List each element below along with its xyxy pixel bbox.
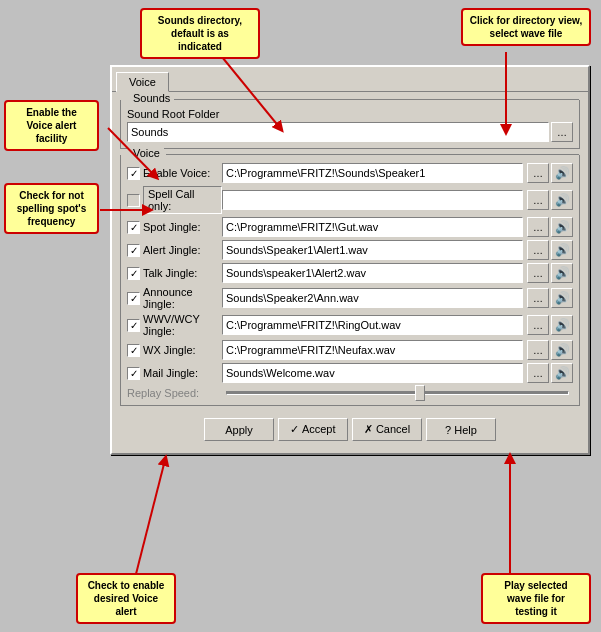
enable-voice-play[interactable]: 🔊: [551, 163, 573, 183]
voice-group-label: Voice: [129, 147, 164, 159]
spell-call-input[interactable]: [222, 190, 523, 210]
button-bar: Apply ✓ Accept ✗ Cancel ? Help: [120, 412, 580, 445]
talk-jingle-checkbox[interactable]: ✓: [127, 267, 140, 280]
sounds-group: Sounds Sound Root Folder …: [120, 100, 580, 149]
tooltip-click-dir: Click for directory view, select wave fi…: [461, 8, 591, 46]
spot-jingle-play[interactable]: 🔊: [551, 217, 573, 237]
talk-jingle-browse[interactable]: …: [527, 263, 549, 283]
mail-jingle-checkbox[interactable]: ✓: [127, 367, 140, 380]
voice-border-hide1: [121, 154, 129, 155]
tooltip-sounds-dir: Sounds directory, default is as indicate…: [140, 8, 260, 59]
replay-speed-thumb[interactable]: [415, 385, 425, 401]
svg-line-4: [136, 460, 165, 574]
talk-jingle-checkbox-label[interactable]: ✓ Talk Jingle:: [127, 267, 222, 280]
enable-voice-input[interactable]: [222, 163, 523, 183]
sounds-input-row: …: [127, 122, 573, 142]
apply-button[interactable]: Apply: [204, 418, 274, 441]
voice-row-alert: ✓ Alert Jingle: … 🔊: [127, 240, 573, 260]
wwv-jingle-browse[interactable]: …: [527, 315, 549, 335]
voice-row-enable: ✓ Enable Voice: … 🔊: [127, 163, 573, 183]
wwv-jingle-checkbox-label[interactable]: ✓ WWV/WCY Jingle:: [127, 313, 222, 337]
replay-speed-label: Replay Speed:: [127, 387, 222, 399]
enable-voice-checkbox-label[interactable]: ✓ Enable Voice:: [127, 167, 222, 180]
folder-label: Sound Root Folder: [127, 108, 573, 120]
announce-jingle-input[interactable]: [222, 288, 523, 308]
voice-row-wx: ✓ WX Jingle: … 🔊: [127, 340, 573, 360]
spell-call-btn[interactable]: Spell Call only:: [143, 186, 222, 214]
tab-voice[interactable]: Voice: [116, 72, 169, 92]
enable-voice-checkbox[interactable]: ✓: [127, 167, 140, 180]
announce-jingle-checkbox-label[interactable]: ✓ Announce Jingle:: [127, 286, 222, 310]
voice-row-spell: Spell Call only: … 🔊: [127, 186, 573, 214]
tooltip-play-wave: Play selected wave file for testing it: [481, 573, 591, 624]
spot-jingle-checkbox[interactable]: ✓: [127, 221, 140, 234]
spot-jingle-input[interactable]: [222, 217, 523, 237]
wx-jingle-checkbox[interactable]: ✓: [127, 344, 140, 357]
talk-jingle-input[interactable]: [222, 263, 523, 283]
replay-speed-track: [226, 391, 569, 395]
voice-group: Voice ✓ Enable Voice: … 🔊: [120, 155, 580, 406]
announce-jingle-play[interactable]: 🔊: [551, 288, 573, 308]
spell-call-browse[interactable]: …: [527, 190, 549, 210]
talk-jingle-play[interactable]: 🔊: [551, 263, 573, 283]
alert-jingle-input[interactable]: [222, 240, 523, 260]
accept-button[interactable]: ✓ Accept: [278, 418, 348, 441]
sounds-group-label: Sounds: [129, 92, 174, 104]
announce-jingle-checkbox[interactable]: ✓: [127, 292, 140, 305]
enable-voice-browse[interactable]: …: [527, 163, 549, 183]
voice-row-wwv: ✓ WWV/WCY Jingle: … 🔊: [127, 313, 573, 337]
voice-row-spot: ✓ Spot Jingle: … 🔊: [127, 217, 573, 237]
tooltip-enable-voice: Enable the Voice alert facility: [4, 100, 99, 151]
alert-jingle-play[interactable]: 🔊: [551, 240, 573, 260]
wwv-jingle-input[interactable]: [222, 315, 523, 335]
tooltip-check-enable: Check to enable desired Voice alert: [76, 573, 176, 624]
mail-jingle-browse[interactable]: …: [527, 363, 549, 383]
mail-jingle-input[interactable]: [222, 363, 523, 383]
voice-row-mail: ✓ Mail Jingle: … 🔊: [127, 363, 573, 383]
alert-jingle-checkbox-label[interactable]: ✓ Alert Jingle:: [127, 244, 222, 257]
spell-call-checkbox-label[interactable]: Spell Call only:: [127, 186, 222, 214]
wwv-jingle-checkbox[interactable]: ✓: [127, 319, 140, 332]
wx-jingle-checkbox-label[interactable]: ✓ WX Jingle:: [127, 344, 222, 357]
cancel-button[interactable]: ✗ Cancel: [352, 418, 422, 441]
spell-call-checkbox[interactable]: [127, 194, 140, 207]
voice-group-border-bg: [121, 154, 579, 155]
voice-row-announce: ✓ Announce Jingle: … 🔊: [127, 286, 573, 310]
wx-jingle-input[interactable]: [222, 340, 523, 360]
voice-row-talk: ✓ Talk Jingle: … 🔊: [127, 263, 573, 283]
replay-speed-row: Replay Speed:: [127, 387, 573, 399]
mail-jingle-checkbox-label[interactable]: ✓ Mail Jingle:: [127, 367, 222, 380]
sound-root-folder-input[interactable]: [127, 122, 549, 142]
alert-jingle-browse[interactable]: …: [527, 240, 549, 260]
dialog-content: Sounds Sound Root Folder … Voice ✓ Enabl…: [112, 91, 588, 453]
alert-jingle-checkbox[interactable]: ✓: [127, 244, 140, 257]
announce-jingle-browse[interactable]: …: [527, 288, 549, 308]
main-dialog: Voice Sounds Sound Root Folder … Voice: [110, 65, 590, 455]
tooltip-check-spelling: Check for not spelling spot's frequency: [4, 183, 99, 234]
tab-bar: Voice: [112, 67, 588, 91]
sounds-browse-button[interactable]: …: [551, 122, 573, 142]
help-button[interactable]: ? Help: [426, 418, 496, 441]
wx-jingle-browse[interactable]: …: [527, 340, 549, 360]
spot-jingle-checkbox-label[interactable]: ✓ Spot Jingle:: [127, 221, 222, 234]
wwv-jingle-play[interactable]: 🔊: [551, 315, 573, 335]
mail-jingle-play[interactable]: 🔊: [551, 363, 573, 383]
spell-call-play[interactable]: 🔊: [551, 190, 573, 210]
sounds-group-border: [121, 99, 579, 100]
spot-jingle-browse[interactable]: …: [527, 217, 549, 237]
wx-jingle-play[interactable]: 🔊: [551, 340, 573, 360]
